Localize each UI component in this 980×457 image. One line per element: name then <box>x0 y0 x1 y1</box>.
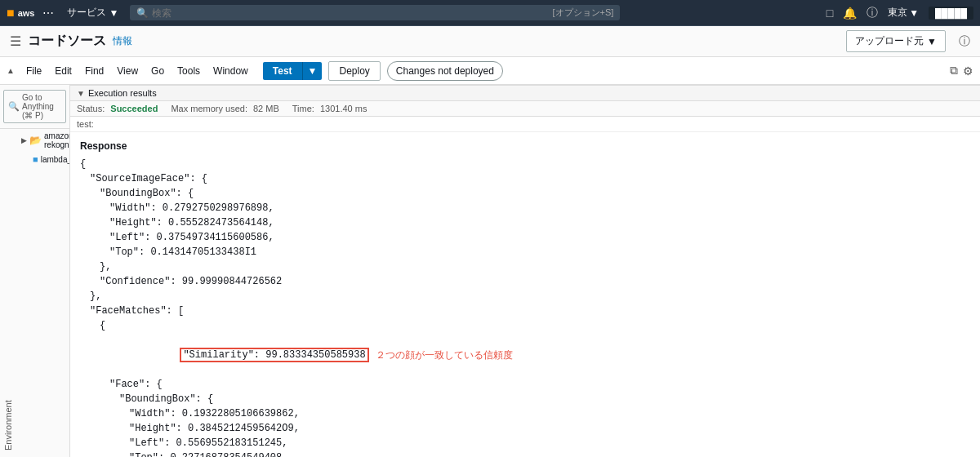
bell-icon[interactable]: 🔔 <box>843 7 857 20</box>
environment-label: Environment <box>0 129 16 457</box>
code-line-4: "Width": 0.2792750298976898, <box>80 201 970 215</box>
code-line-9: "Confidence": 99.99990844726562 <box>80 274 970 289</box>
settings-icon[interactable]: ⚙ <box>963 64 973 78</box>
code-line-face: "Face": { <box>80 377 970 392</box>
deploy-button[interactable]: Deploy <box>328 61 380 81</box>
menu-edit[interactable]: Edit <box>50 62 77 80</box>
nav-right: □ 🔔 ⓘ 東京 ▼ █████ <box>826 6 973 20</box>
upload-chevron: ▼ <box>927 36 937 47</box>
second-bar: ☰ コードソース 情報 アップロード元 ▼ ⓘ <box>0 26 980 57</box>
code-line-7: "Top": 0.14314705133438I1 <box>80 245 970 260</box>
similarity-annotation: ２つの顔が一致している信頼度 <box>376 348 513 362</box>
folder-icon: 📂 <box>29 135 42 146</box>
sidebar: 🔍 Go to Anything (⌘ P) Environment ▶ 📂 a… <box>0 85 70 457</box>
response-label: Response <box>80 139 970 153</box>
top-navigation: ■ aws ⋯ サービス ▼ 🔍 [オプション+S] □ 🔔 ⓘ 東京 ▼ ██… <box>0 0 980 26</box>
goto-anything-button[interactable]: 🔍 Go to Anything (⌘ P) <box>3 90 66 123</box>
folder-item[interactable]: ▶ 📂 amazon-rekognition ⚙ <box>16 129 69 152</box>
memory-key: Max memory used: <box>171 104 247 113</box>
status-value: Succeeded <box>110 104 158 113</box>
python-file-icon: ■ <box>33 154 38 164</box>
aws-logo: ■ aws <box>7 6 34 20</box>
search-shortcut: [オプション+S] <box>552 7 613 19</box>
code-line-1: { <box>80 157 970 171</box>
time-key: Time: <box>292 104 314 113</box>
search-bar: 🔍 [オプション+S] <box>130 5 620 20</box>
code-line-w2: "Width": 0.19322805106639862, <box>80 406 970 421</box>
test-label-row: test: <box>70 117 980 132</box>
code-line-3: "BoundingBox": { <box>80 186 970 201</box>
status-label: Status: Succeeded <box>77 104 158 113</box>
services-button[interactable]: サービス ▼ <box>62 4 123 21</box>
test-button[interactable]: Test <box>263 62 302 80</box>
goto-placeholder: Go to Anything (⌘ P) <box>22 93 61 120</box>
upload-button[interactable]: アップロード元 ▼ <box>846 30 946 52</box>
services-chevron: ▼ <box>109 7 118 19</box>
toolbar: ▲ File Edit Find View Go Tools Window Te… <box>0 57 980 85</box>
memory-value: 82 MB <box>253 104 279 113</box>
file-item[interactable]: ■ lambda_function.py <box>16 152 69 166</box>
similarity-highlight: "Similarity": 99.83334350585938 <box>180 348 368 362</box>
fullscreen-icon[interactable]: ⧉ <box>950 64 958 78</box>
code-line-5: "Height": 0.555282473564148, <box>80 215 970 230</box>
info-link[interactable]: 情報 <box>113 34 132 48</box>
similarity-row: "Similarity": 99.83334350585938 ２つの顔が一致し… <box>80 333 970 377</box>
toolbar-icons: ⧉ ⚙ <box>950 64 973 78</box>
similarity-line: "Similarity": 99.83334350585938 <box>80 333 369 377</box>
hamburger-icon[interactable]: ☰ <box>10 33 21 49</box>
region-chevron: ▼ <box>909 7 919 19</box>
time-value: 1301.40 ms <box>320 104 367 113</box>
exec-toggle-arrow[interactable]: ▼ <box>77 89 85 98</box>
code-line-l2: "Left": 0.5569552183151245, <box>80 436 970 450</box>
code-line-2: "SourceImageFace": { <box>80 171 970 186</box>
services-label: サービス <box>67 6 106 20</box>
execution-header: ▼ Execution results <box>70 86 980 101</box>
grid-icon: ⋯ <box>42 7 54 20</box>
page-info-icon: ⓘ <box>959 34 970 49</box>
file-tree: ▶ 📂 amazon-rekognition ⚙ ■ lambda_functi… <box>16 129 69 457</box>
not-deployed-badge: Changes not deployed <box>387 61 503 81</box>
region-label: 東京 <box>888 6 907 20</box>
search-input[interactable] <box>152 7 552 19</box>
file-name: lambda_function.py <box>41 155 69 164</box>
terminal-icon[interactable]: □ <box>826 7 833 20</box>
expand-arrow[interactable]: ▲ <box>7 66 15 75</box>
aws-logo-text: aws <box>18 8 35 18</box>
exec-header-label: Execution results <box>88 88 157 98</box>
search-icon: 🔍 <box>136 7 149 19</box>
memory-label: Max memory used: 82 MB <box>171 104 278 113</box>
user-menu[interactable]: █████ <box>929 7 973 20</box>
code-line-11: "FaceMatches": [ <box>80 304 970 318</box>
editor-area: ■ lambda_function. ✕ Execution result: ✕… <box>70 85 980 457</box>
test-label: test: <box>77 119 94 129</box>
menu-view[interactable]: View <box>112 62 143 80</box>
menu-file[interactable]: File <box>21 62 47 80</box>
code-line-t2: "Top": 0.22716878354549408 <box>80 450 970 457</box>
page-title: コードソース <box>28 33 106 50</box>
menu-go[interactable]: Go <box>146 62 169 80</box>
exec-status-bar: Status: Succeeded Max memory used: 82 MB… <box>70 101 980 117</box>
sidebar-search-area: 🔍 Go to Anything (⌘ P) <box>0 85 69 129</box>
folder-name: amazon-rekognition <box>44 131 69 149</box>
menu-tools[interactable]: Tools <box>172 62 205 80</box>
execution-panel: ▼ Execution results Status: Succeeded Ma… <box>70 86 980 457</box>
response-content[interactable]: Response { "SourceImageFace": { "Boundin… <box>70 132 980 457</box>
search-icon-small: 🔍 <box>8 101 20 112</box>
code-line-bb: "BoundingBox": { <box>80 392 970 406</box>
menu-window[interactable]: Window <box>208 62 253 80</box>
code-line-6: "Left": 0.37549734115600586, <box>80 230 970 245</box>
help-icon[interactable]: ⓘ <box>866 6 878 20</box>
test-btn-group: Test ▼ <box>263 62 323 80</box>
main-area: 🔍 Go to Anything (⌘ P) Environment ▶ 📂 a… <box>0 85 980 457</box>
code-line-8: }, <box>80 260 970 274</box>
status-key: Status: <box>77 104 105 113</box>
region-selector[interactable]: 東京 ▼ <box>888 6 919 20</box>
code-line-10: }, <box>80 289 970 304</box>
menu-find[interactable]: Find <box>80 62 109 80</box>
upload-label: アップロード元 <box>855 34 924 48</box>
test-dropdown-button[interactable]: ▼ <box>302 62 323 80</box>
code-line-h2: "Height": 0.38452124595642O9, <box>80 421 970 436</box>
code-line-12: { <box>80 318 970 333</box>
time-label: Time: 1301.40 ms <box>292 104 368 113</box>
folder-arrow: ▶ <box>21 136 27 144</box>
